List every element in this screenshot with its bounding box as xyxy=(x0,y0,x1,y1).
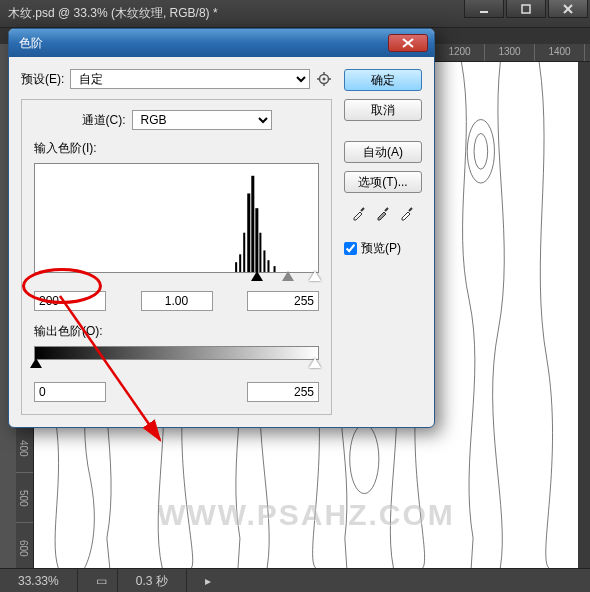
window-controls xyxy=(464,0,590,27)
eyedropper-gray-icon[interactable] xyxy=(375,205,391,224)
channel-label: 通道(C): xyxy=(82,112,126,129)
histogram[interactable] xyxy=(34,163,319,273)
channel-select[interactable]: RGB xyxy=(132,110,272,130)
output-white-field[interactable] xyxy=(247,382,319,402)
document-title: 木纹.psd @ 33.3% (木纹纹理, RGB/8) * xyxy=(0,5,218,22)
svg-rect-21 xyxy=(247,193,250,272)
ruler-tick: 400 xyxy=(16,422,33,472)
channel-row: 通道(C): RGB xyxy=(34,110,319,130)
input-black-field[interactable] xyxy=(34,291,106,311)
dialog-right-panel: 确定 取消 自动(A) 选项(T)... 预览(P) xyxy=(344,69,422,415)
dialog-body: 预设(E): 自定 通道(C): RGB 输入色阶(I): xyxy=(9,57,434,427)
ruler-tick: 500 xyxy=(16,472,33,522)
svg-rect-22 xyxy=(251,176,254,272)
svg-rect-25 xyxy=(263,250,265,272)
preset-label: 预设(E): xyxy=(21,71,64,88)
mid-point-slider[interactable] xyxy=(282,271,294,281)
maximize-button[interactable] xyxy=(506,0,546,18)
ok-button[interactable]: 确定 xyxy=(344,69,422,91)
input-white-field[interactable] xyxy=(247,291,319,311)
output-levels-label: 输出色阶(O): xyxy=(34,323,319,340)
output-black-field[interactable] xyxy=(34,382,106,402)
dialog-titlebar[interactable]: 色阶 xyxy=(9,29,434,57)
svg-rect-1 xyxy=(522,5,530,13)
app-titlebar: 木纹.psd @ 33.3% (木纹纹理, RGB/8) * xyxy=(0,0,590,28)
close-button[interactable] xyxy=(548,0,588,18)
svg-rect-23 xyxy=(255,208,258,272)
preset-row: 预设(E): 自定 xyxy=(21,69,332,89)
eyedropper-black-icon[interactable] xyxy=(351,205,367,224)
input-levels-label: 输入色阶(I): xyxy=(34,141,97,155)
input-mid-field[interactable] xyxy=(141,291,213,311)
preset-menu-icon[interactable] xyxy=(316,71,332,87)
scrollbar-vertical[interactable] xyxy=(578,62,590,568)
levels-dialog: 色阶 预设(E): 自定 通道(C): RGB 输入色阶(I): xyxy=(8,28,435,428)
dialog-left-panel: 预设(E): 自定 通道(C): RGB 输入色阶(I): xyxy=(21,69,332,415)
preset-select[interactable]: 自定 xyxy=(70,69,310,89)
svg-rect-24 xyxy=(259,233,261,272)
ruler-tick: 1400 xyxy=(534,44,584,61)
black-point-slider[interactable] xyxy=(251,271,263,281)
zoom-level[interactable]: 33.33% xyxy=(0,569,78,592)
status-spacer: ▸ xyxy=(187,569,590,592)
svg-point-13 xyxy=(323,78,326,81)
status-icon: ▭ xyxy=(78,569,118,592)
output-values-row xyxy=(34,382,319,402)
output-white-slider[interactable] xyxy=(309,358,321,368)
preview-checkbox[interactable] xyxy=(344,242,357,255)
svg-rect-19 xyxy=(239,254,241,272)
eyedropper-tools xyxy=(344,205,422,224)
input-sliders[interactable] xyxy=(34,271,319,285)
ruler-tick: 1200 xyxy=(434,44,484,61)
options-button[interactable]: 选项(T)... xyxy=(344,171,422,193)
watermark-text: WWW.PSAHZ.COM xyxy=(157,498,455,532)
preview-checkbox-row[interactable]: 预览(P) xyxy=(344,240,422,257)
white-point-slider[interactable] xyxy=(309,271,321,281)
svg-rect-20 xyxy=(243,233,245,272)
output-sliders[interactable] xyxy=(34,358,319,372)
status-time: 0.3 秒 xyxy=(118,569,187,592)
eyedropper-white-icon[interactable] xyxy=(399,205,415,224)
levels-fieldset: 通道(C): RGB 输入色阶(I): xyxy=(21,99,332,415)
status-bar: 33.33% ▭ 0.3 秒 ▸ xyxy=(0,568,590,592)
ruler-tick: 1300 xyxy=(484,44,534,61)
ruler-tick: 1500 xyxy=(584,44,590,61)
input-values-row xyxy=(34,291,319,311)
dialog-close-button[interactable] xyxy=(388,34,428,52)
ruler-tick: 600 xyxy=(16,522,33,572)
output-black-slider[interactable] xyxy=(30,358,42,368)
minimize-button[interactable] xyxy=(464,0,504,18)
preview-label: 预览(P) xyxy=(361,240,401,257)
cancel-button[interactable]: 取消 xyxy=(344,99,422,121)
dialog-title: 色阶 xyxy=(19,35,43,52)
auto-button[interactable]: 自动(A) xyxy=(344,141,422,163)
